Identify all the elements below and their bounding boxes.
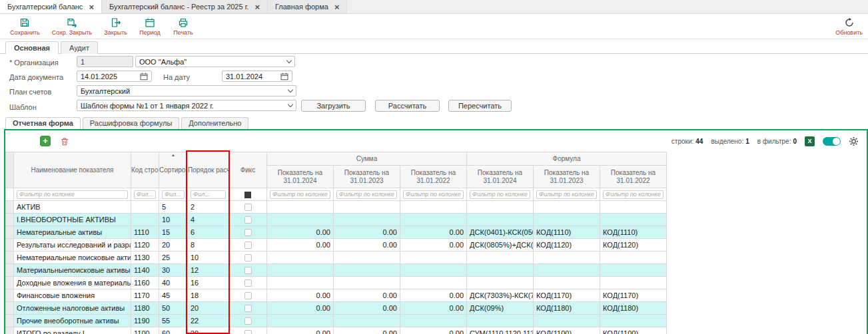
cell-sum	[267, 277, 334, 289]
filter-toggle[interactable]	[823, 137, 841, 146]
column-header-sum-2023[interactable]: Показатель на 31.01.2023	[334, 166, 400, 188]
table-row[interactable]: Финансовые вложения117045180.000.000.00Д…	[6, 289, 667, 302]
row-selector[interactable]	[6, 226, 14, 239]
fix-checkbox[interactable]	[244, 242, 252, 249]
column-header-sum-2022[interactable]: Показатель на 31.01.2022	[400, 166, 467, 188]
fix-checkbox[interactable]	[244, 216, 252, 224]
fix-checkbox[interactable]	[244, 317, 252, 325]
column-header-formula-2022[interactable]: Показатель на 31.01.2022	[600, 166, 667, 188]
fix-checkbox[interactable]	[244, 292, 252, 299]
row-selector[interactable]	[6, 239, 14, 251]
column-header-formula-2024[interactable]: Показатель на 31.01.2024	[467, 166, 534, 188]
close-icon[interactable]: ×	[334, 3, 340, 11]
organization-select[interactable]: ООО "Альфа"	[135, 56, 295, 67]
filter-input-name[interactable]	[17, 190, 128, 199]
column-header-formula-2023[interactable]: Показатель на 31.01.2023	[534, 166, 600, 188]
filter-input-sum-2024[interactable]	[270, 190, 330, 199]
column-header-fix[interactable]: Фикс	[229, 152, 267, 188]
table-row[interactable]: I.ВНЕОБОРОТНЫЕ АКТИВЫ104	[6, 214, 667, 226]
recalculate-button[interactable]: Пересчитать	[448, 100, 512, 112]
column-header-code[interactable]: Код строки	[131, 152, 159, 188]
settings-gear-icon[interactable]	[849, 136, 859, 146]
cell-fix	[229, 251, 267, 264]
tab-audit[interactable]: Аудит	[61, 41, 98, 54]
filter-input-sum-2022[interactable]	[403, 190, 464, 199]
table-row[interactable]: Результаты исследований и разработок1120…	[6, 239, 667, 251]
row-selector[interactable]	[6, 201, 14, 214]
calendar-icon[interactable]	[140, 73, 148, 81]
cell-indicator-name: АКТИВ	[14, 201, 131, 214]
group-header-sum: Сумма	[267, 152, 467, 166]
filter-input-formula-2022[interactable]	[603, 190, 663, 199]
fix-checkbox[interactable]	[244, 229, 252, 236]
column-header-name[interactable]: Наименование показателя	[14, 152, 131, 188]
document-date-field[interactable]: 14.01.2025	[77, 71, 152, 82]
close-icon[interactable]: ×	[89, 3, 94, 11]
row-selector[interactable]	[6, 214, 14, 226]
load-button[interactable]: Загрузить	[301, 100, 366, 112]
filter-input-code[interactable]	[134, 190, 156, 199]
fix-filter-checkbox[interactable]	[244, 192, 251, 198]
cell-sum	[334, 315, 400, 327]
row-selector[interactable]	[6, 264, 14, 277]
add-row-button[interactable]: +	[40, 136, 51, 146]
table-row[interactable]: Прочие внеоборотные активы11905522	[6, 315, 667, 327]
fix-checkbox[interactable]	[244, 305, 252, 312]
filter-input-order[interactable]	[191, 190, 226, 199]
detail-tab-bar: Отчетная форма Расшифровка формулы Допол…	[0, 116, 868, 129]
filter-input-sort[interactable]	[162, 190, 185, 199]
table-row[interactable]: Нематериальные активы11101560.000.000.00…	[6, 226, 667, 239]
table-row[interactable]: АКТИВ52	[6, 201, 667, 214]
row-selector[interactable]	[6, 302, 14, 315]
cell-sum: 0.00	[267, 239, 334, 251]
table-row[interactable]: Доходные вложения в материальные ц..1160…	[6, 277, 667, 289]
table-row[interactable]: Нематериальные поисковые активы11302510	[6, 251, 667, 264]
cell-formula	[534, 214, 600, 226]
row-selector[interactable]	[6, 315, 14, 327]
close-icon[interactable]: ×	[254, 3, 260, 11]
organization-code-field[interactable]: 1	[77, 56, 133, 67]
table-row[interactable]: Материальныепоисковые активы11403012	[6, 264, 667, 277]
delete-row-button[interactable]	[59, 135, 71, 147]
period-button[interactable]: Период	[133, 16, 167, 37]
row-selector[interactable]	[6, 327, 14, 334]
template-label: Шаблон	[9, 103, 37, 111]
fix-checkbox[interactable]	[244, 204, 252, 211]
window-tab-register[interactable]: Бухгалтерский баланс - Реестр за 2025 г.…	[102, 0, 268, 13]
chart-of-accounts-select[interactable]: Бухгалтерский	[77, 85, 296, 96]
tab-additional[interactable]: Дополнительно	[181, 117, 248, 129]
refresh-button[interactable]: Обновить	[829, 16, 864, 37]
on-date-field[interactable]: 31.01.2024	[222, 71, 292, 82]
row-selector[interactable]	[6, 251, 14, 264]
tab-report-form[interactable]: Отчетная форма	[5, 117, 81, 129]
tab-main[interactable]: Основная	[5, 41, 59, 54]
excel-export-icon[interactable]: X	[805, 136, 815, 146]
print-button[interactable]: Печать	[167, 16, 200, 37]
close-form-button[interactable]: Закрыть	[98, 16, 133, 37]
fix-checkbox[interactable]	[244, 279, 252, 287]
cell-fix	[229, 214, 267, 226]
column-header-order[interactable]: Порядок расчета	[188, 152, 229, 188]
table-row[interactable]: ИТОГО по разделу I110060300.000.000.00СУ…	[6, 327, 667, 334]
column-header-sort[interactable]: ▲Сортировка	[159, 152, 188, 188]
filter-input-sum-2023[interactable]	[336, 190, 397, 199]
fix-checkbox[interactable]	[244, 267, 252, 274]
window-tab-balance[interactable]: Бухгалтерский баланс ×	[0, 0, 102, 13]
column-header-sum-2024[interactable]: Показатель на 31.01.2024	[267, 166, 334, 188]
cell-formula	[600, 264, 667, 277]
save-close-button[interactable]: Сохр. Закрыть	[46, 16, 99, 37]
table-row[interactable]: Отложенные налоговые активы118050200.000…	[6, 302, 667, 315]
row-selector[interactable]	[6, 277, 14, 289]
calendar-icon[interactable]	[280, 73, 288, 81]
row-selector[interactable]	[6, 289, 14, 302]
filter-input-formula-2024[interactable]	[470, 190, 530, 199]
window-tab-main-form[interactable]: Главная форма ×	[268, 0, 347, 13]
template-select[interactable]: Шаблон формы №1 от 1 января 2022 г.	[77, 100, 296, 111]
fix-checkbox[interactable]	[244, 254, 252, 261]
calculate-button[interactable]: Рассчитать	[375, 100, 440, 112]
tab-formula-breakdown[interactable]: Расшифровка формулы	[83, 117, 179, 129]
save-button[interactable]: Сохранить	[4, 16, 46, 37]
fix-checkbox[interactable]	[244, 330, 252, 334]
filter-input-formula-2023[interactable]	[536, 190, 597, 199]
cell-formula	[600, 201, 667, 214]
